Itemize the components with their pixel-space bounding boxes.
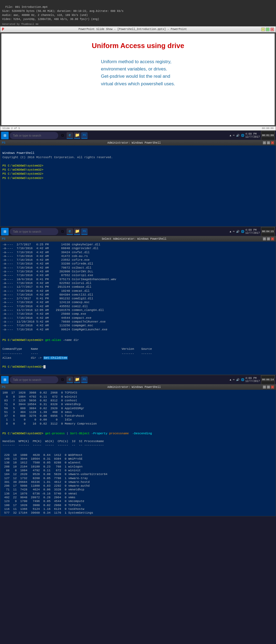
explorer-icon-1[interactable]: 📁: [74, 132, 80, 139]
generated-by-label: Generated by Thumbnail me: [0, 22, 276, 26]
taskbar-right-1: ▲ ⌨ 🔊 🌐 4:09 PM12/7/2017: [230, 133, 260, 138]
maximize-button[interactable]: □: [266, 28, 270, 31]
start-button-3[interactable]: ⊞: [1, 376, 9, 384]
ps-prompt1: PS C:\WINDOWS\system32>: [2, 164, 43, 167]
ps-title-1: Administrator: Windows PowerShell: [108, 141, 161, 144]
ps-titlebar-1: PS Administrator: Windows PowerShell ─ □…: [0, 140, 276, 145]
slide-body-line2: environment variables, or drives.: [101, 66, 167, 72]
ps-close-3[interactable]: ✕: [271, 385, 274, 389]
taskbar-2: ⊞ ⧉ e 📁 PS ▲ ⌨ 🔊 🌐 4:09 PM12/7/2017 00:0…: [0, 227, 276, 236]
minimize-button[interactable]: ─: [261, 28, 265, 31]
ps-controls-1: ─ □ ✕: [263, 141, 274, 144]
clock-2: 4:09 PM12/7/2017: [245, 229, 260, 235]
slide-number: Slide 2 of 5: [2, 127, 20, 130]
ps-min-1[interactable]: ─: [263, 141, 266, 144]
taskbar-icons-2: ⧉ e 📁 PS: [59, 228, 229, 235]
powerpoint-title: PowerPoint Slide Show - [Powershell_Intr…: [4, 28, 261, 31]
ps-min-3[interactable]: ─: [263, 385, 266, 389]
video-audio: Audio: aac, 48000 Hz, 2 channels, s16, 1…: [2, 14, 88, 17]
ps-title-2: Select Administrator: Windows PowerShell: [102, 238, 167, 240]
alias-headers: CommandType Name Version Source: [2, 347, 152, 351]
sort-command-section[interactable]: PS C:\WINDOWS\system32> get-process | So…: [0, 427, 276, 452]
explorer-icon-3[interactable]: 📁: [74, 377, 80, 383]
clock-1: 4:09 PM12/7/2017: [245, 133, 260, 138]
powershell-window-1: PS Administrator: Windows PowerShell ─ □…: [0, 140, 276, 227]
taskbar-right-3: ▲ ⌨ 🔊 🌐 4:09 PM12/7/2017: [230, 377, 260, 383]
video-filename: File: 001 Introduction.mp4: [5, 6, 47, 9]
powerpoint-section: P PowerPoint Slide Show - [Powershell_In…: [0, 26, 276, 131]
taskview-icon-1[interactable]: ⧉: [59, 132, 66, 139]
slide-footer: Slide 2 of 5 00:00:09: [0, 126, 276, 130]
powerpoint-titlebar: P PowerPoint Slide Show - [Powershell_In…: [0, 26, 276, 32]
ps-icon-taskbar-2[interactable]: PS: [81, 228, 88, 235]
video-size: Size: 52846976 bytes (50.40 MiB); durati…: [2, 10, 123, 13]
file-listing[interactable]: -a---- 2/7/2017 6:25 PM 14336 cngkeyhelp…: [0, 242, 276, 333]
webcam-1: 00:01:09: [261, 131, 275, 140]
start-button-1[interactable]: ⊞: [1, 132, 9, 139]
alias-highlight: Get-ChildItem: [43, 356, 68, 360]
ps-min-2[interactable]: ─: [263, 237, 266, 240]
taskbar-icons-1: ⧉ e 📁 PS: [59, 132, 229, 139]
slide-body: Uniform method to access registry, envir…: [101, 58, 175, 87]
alias-section[interactable]: PS C:\WINDOWS\system32> get-alias -name …: [0, 333, 276, 375]
window-controls: ─ □ ✕: [261, 28, 274, 31]
ps-icon-titlebar-3: PS: [2, 385, 5, 389]
search-input-1[interactable]: [10, 132, 58, 139]
taskview-icon-3[interactable]: ⧉: [59, 377, 66, 383]
process-listing-1[interactable]: 100 17 1028 3988 0.02 2968 0 TCPSVCS 8 8…: [0, 390, 276, 427]
webcam-3: 00:06:14: [261, 375, 275, 384]
powershell-window-3: PS Administrator: Windows PowerShell ─ □…: [0, 384, 276, 516]
video-video: Video: h264, yuv420p, 1280x720, 488 kb/s…: [2, 18, 99, 21]
ps-prompt3: PS C:\WINDOWS\system32>: [2, 172, 43, 175]
process-dashes-2: ------- ------ ----- ----- ------ -- -- …: [2, 443, 104, 447]
ppt-icon: P: [2, 27, 4, 32]
ps-max-1[interactable]: □: [267, 141, 270, 144]
ps-icon-titlebar-2: PS: [2, 237, 5, 240]
system-tray-icons-1: ▲ ⌨ 🔊 🌐: [230, 134, 244, 137]
taskview-icon-2[interactable]: ⧉: [59, 228, 66, 235]
ps-content-1[interactable]: Windows PowerShell Copyright (C) 2016 Mi…: [0, 145, 276, 226]
clock-3: 4:09 PM12/7/2017: [245, 377, 260, 383]
ps-titlebar-2: PS Select Administrator: Windows PowerSh…: [0, 236, 276, 242]
close-button[interactable]: ✕: [270, 28, 274, 31]
powershell-window-2: PS Select Administrator: Windows PowerSh…: [0, 236, 276, 375]
taskbar-1: ⊞ ⧉ e 📁 PS ▲ ⌨ 🔊 🌐 4:09 PM12/7/2017 00:0…: [0, 131, 276, 140]
edge-icon-3[interactable]: e: [67, 377, 73, 383]
system-tray-icons-2: ▲ ⌨ 🔊 🌐: [230, 230, 244, 233]
sort-command: get-process | Sort-Object -Property proc…: [45, 432, 152, 435]
video-info: File: 001 Introduction.mp4 Size: 5284697…: [0, 0, 276, 22]
ps-max-3[interactable]: □: [267, 385, 270, 389]
ps-copyright: Copyright (C) 2016 Microsoft Corporation…: [2, 156, 113, 159]
ps-controls-3: ─ □ ✕: [263, 385, 274, 389]
ps-close-1[interactable]: ✕: [271, 141, 274, 144]
system-tray-icons-3: ▲ ⌨ 🔊 🌐: [230, 378, 244, 381]
slide-body-line4: virtual drives which powershell uses.: [101, 81, 175, 86]
ps-max-2[interactable]: □: [267, 237, 270, 240]
taskbar-right-2: ▲ ⌨ 🔊 🌐 4:09 PM12/7/2017: [230, 229, 260, 235]
cursor: [43, 365, 46, 368]
slide-body-line1: Uniform method to access registry,: [101, 59, 171, 64]
timestamp-1: 00:01:09: [261, 134, 275, 137]
ps-icon-1[interactable]: PS: [81, 132, 88, 139]
get-alias-command: PS C:\WINDOWS\system32> get-alias -name …: [2, 338, 79, 342]
edge-icon-2[interactable]: e: [67, 228, 73, 235]
ps-controls-2: ─ □ ✕: [263, 237, 274, 240]
taskbar-icons-3: ⧉ e 📁 PS: [59, 377, 229, 383]
explorer-icon-2[interactable]: 📁: [74, 228, 80, 235]
ps-icon-taskbar-3[interactable]: PS: [81, 377, 88, 383]
ps-close-2[interactable]: ✕: [271, 237, 274, 240]
search-input-2[interactable]: [10, 228, 58, 235]
timestamp-3: 00:06:14: [261, 378, 275, 381]
process-listing-2[interactable]: 229 10 1080 4620 0.64 1412 0 WUDFHost 14…: [0, 452, 276, 516]
webcam-2: 00:04:15: [261, 227, 275, 236]
ps-text-windows-ps: Windows PowerShell: [2, 151, 34, 155]
ps-titlebar-3: PS Administrator: Windows PowerShell ─ □…: [0, 384, 276, 390]
search-input-3[interactable]: [10, 376, 58, 383]
start-button-2[interactable]: ⊞: [1, 228, 9, 235]
timestamp-2: 00:04:15: [261, 230, 275, 233]
ps-prompt4: PS C:\WINDOWS\system32>: [2, 177, 43, 180]
taskbar-3: ⊞ ⧉ e 📁 PS ▲ ⌨ 🔊 🌐 4:09 PM12/7/2017 00:0…: [0, 375, 276, 384]
ps-icon-titlebar-1: PS: [2, 141, 5, 144]
alias-row: Alias dir -> Get-ChildItem: [2, 356, 68, 360]
edge-icon-1[interactable]: e: [67, 132, 73, 139]
